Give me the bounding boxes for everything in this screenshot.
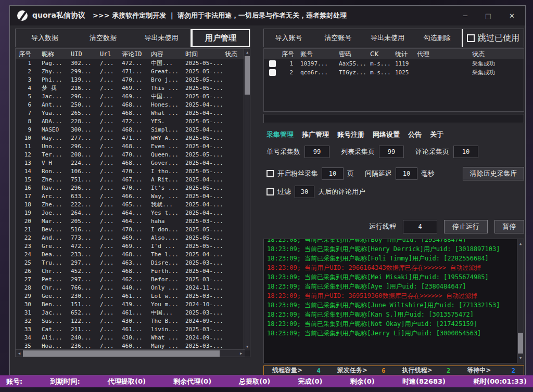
- account-toolbar-button[interactable]: 导入账号: [264, 33, 313, 43]
- scroll-right-icon[interactable]: ▶: [237, 350, 245, 357]
- table-row[interactable]: 7 Yua... 265... /... 468... What ... 202…: [16, 109, 250, 117]
- tab[interactable]: 公告: [408, 130, 422, 139]
- table-row[interactable]: 32 Sus... 122... /... 430... The B... 20…: [16, 317, 250, 325]
- filter-label: 过滤: [277, 187, 291, 197]
- status-bar-item: 完成(0): [298, 377, 323, 386]
- account-toolbar-button[interactable]: 勾选删除: [412, 33, 462, 43]
- table-row[interactable]: 14 Ron... 106... /... 470... I tho... 20…: [16, 167, 250, 176]
- bottom-status-bar: 账号:到期时间:代理提取(0)剩余代理(0)总提取(0)完成(0)剩余(0)时速…: [0, 375, 533, 387]
- table-row[interactable]: 4 梦 我 216... /... 469... This ... 2025-0…: [16, 84, 250, 93]
- table-row[interactable]: 2 Zhy... 299... /... 471... Great... 202…: [16, 68, 250, 76]
- table-row[interactable]: 20 Mar... 205... /... 464... haha 2025-0…: [16, 217, 250, 226]
- col-status: 状态: [222, 50, 245, 59]
- table-row[interactable]: 15 Zhe... 751... /... 467... A Rit... 20…: [16, 176, 250, 184]
- log-line: 18:23:09; 当前已采集到用户昵称[June Wiltshire]用户ui…: [267, 300, 515, 310]
- app-subtitle: >>> 承接软件定制开发 ｜ 请勿用于非法用途，一切后果与作者无关，违者禁封处理: [93, 11, 347, 20]
- table-row[interactable]: 21 Bev... 516... /... 470... I don... 20…: [16, 226, 250, 234]
- table-row[interactable]: 18 Zhe... 222... /... 465... 我就... 2025-…: [16, 201, 250, 209]
- tab[interactable]: 网络设置: [373, 130, 400, 139]
- table-row[interactable]: 23 Gre... 472... /... 469... I'd ... 202…: [16, 242, 250, 251]
- minimize-icon[interactable]: ─: [463, 12, 467, 20]
- table-row[interactable]: 30 Ben... 151... /... 439... You m... 20…: [16, 300, 250, 309]
- comment-page-input[interactable]: [453, 146, 478, 158]
- pause-button[interactable]: 暂停: [494, 220, 524, 233]
- table-row[interactable]: 29 Gee... 230... /... 461... Lol w... 20…: [16, 292, 250, 300]
- row-checkbox[interactable]: [269, 69, 276, 76]
- close-icon[interactable]: ✕: [509, 12, 515, 20]
- clear-history-button[interactable]: 清除历史采集库: [463, 167, 524, 180]
- col-account: 账号: [298, 50, 337, 59]
- single-collect-label: 单号采集数: [266, 147, 300, 156]
- table-row[interactable]: 1 10397... Aax55... m-s... 1119 采集成功: [264, 59, 524, 68]
- data-toolbar-button[interactable]: 清空数据: [74, 33, 132, 43]
- skip-used-checkbox[interactable]: [467, 34, 475, 42]
- row-checkbox[interactable]: [269, 60, 276, 67]
- delay-suffix-label: 毫秒: [421, 169, 435, 178]
- scrollbar-thumb[interactable]: [23, 350, 220, 357]
- data-toolbar-button[interactable]: 导出未使用: [132, 33, 191, 43]
- account-table-body: 1 10397... Aax55... m-s... 1119 采集成功 2 q…: [264, 59, 524, 77]
- table-row[interactable]: 13 V H 224... /... 468... Gover... 2025-…: [16, 159, 250, 167]
- tab[interactable]: 采集管理: [266, 130, 294, 139]
- user-manage-button[interactable]: 用户管理: [192, 29, 250, 47]
- table-row[interactable]: 9 MASEO 300... /... 468... Simpl... 2025…: [16, 126, 250, 134]
- table-row[interactable]: 33 Cat... 211... /... 461... livin... 20…: [16, 325, 250, 334]
- list-page-input[interactable]: [379, 146, 404, 158]
- table-row[interactable]: 25 Tru... 297... /... 463... Disre... 20…: [16, 259, 250, 267]
- table-row[interactable]: 34 Ali... 240... /... 430... What ... 20…: [16, 334, 250, 342]
- table-row[interactable]: 17 Arc... 633... /... 466... Way, ... 20…: [16, 192, 250, 201]
- scrollbar-thumb[interactable]: [518, 333, 523, 354]
- table-row[interactable]: 12 Ter... 208... /... 470... Queen... 20…: [16, 151, 250, 159]
- log-line: 18:23:09; 当前已采集到用户昵称[Foli Timmy]用户uid: […: [267, 254, 515, 263]
- fans-collect-checkbox[interactable]: [266, 170, 274, 177]
- scroll-up-icon[interactable]: ▲: [517, 240, 524, 247]
- fans-suffix-label: 页: [347, 169, 354, 178]
- table-row[interactable]: 11 Uno... 296... /... 468... Even ... 20…: [16, 142, 250, 151]
- table-row[interactable]: 3 Phi... 139... /... 470... Bro j... 202…: [16, 76, 250, 84]
- table-row[interactable]: 16 Rav... 296... /... 470... It's ... 20…: [16, 184, 250, 192]
- status-bar-item: 代理提取(0): [108, 377, 146, 386]
- thread-status-item: 线程容量> 4: [264, 366, 329, 375]
- data-toolbar-button[interactable]: 导入数据: [16, 33, 74, 43]
- fans-page-input[interactable]: [322, 167, 344, 180]
- tab[interactable]: 关于: [430, 130, 443, 139]
- table-row[interactable]: 19 Joe... 264... /... 464... Yes t... 20…: [16, 209, 250, 217]
- log-scrollbar[interactable]: ▲ ▼: [517, 239, 524, 363]
- table-row[interactable]: 10 Way... 277... /... 471... WHY A... 20…: [16, 134, 250, 142]
- scroll-left-icon[interactable]: ◀: [16, 350, 23, 357]
- thread-status-item: 派发任务> 6: [329, 366, 394, 375]
- scroll-up-icon[interactable]: ▲: [244, 49, 250, 56]
- delay-input[interactable]: [396, 167, 417, 180]
- table-row[interactable]: 1 Pag... 302... /... 472... 中国... 2025-0…: [16, 59, 250, 68]
- single-collect-input[interactable]: [304, 146, 329, 158]
- tab[interactable]: 账号注册: [337, 130, 364, 139]
- collect-settings-row: 单号采集数 列表采集页 评论采集页: [266, 146, 524, 158]
- table-row[interactable]: 8 ADA... 228... /... 472... YES. 2025-05…: [16, 117, 250, 126]
- account-table: 序号 账号 密码 CK 统计 代理 状态 1 10397... Aax55...…: [263, 48, 524, 112]
- filter-checkbox[interactable]: [266, 188, 274, 195]
- col-seq: 序号: [16, 50, 39, 59]
- filter-days-input[interactable]: [295, 186, 314, 198]
- table-row[interactable]: 22 And... 773... /... 469... Also,... 20…: [16, 234, 250, 242]
- table-row[interactable]: 2 qco6r... TIGyz... m-s... 1025 采集成功: [264, 68, 524, 77]
- table-row[interactable]: 28 Chr... 766... /... 440... Only ... 20…: [16, 284, 250, 292]
- status-bar-item: 剩余代理(0): [173, 377, 211, 386]
- table-row[interactable]: 26 Chr... 452... /... 468... Furth... 20…: [16, 267, 250, 276]
- table-row[interactable]: 24 Dea... 233... /... 468... The l... 20…: [16, 251, 250, 259]
- table-row[interactable]: 31 Jac... 652... /... 461... 中国... 2025-…: [16, 309, 250, 317]
- account-toolbar-button[interactable]: 清空账号: [313, 33, 363, 43]
- table-row[interactable]: 6 Ant... 250... /... 468... Hones... 202…: [16, 101, 250, 109]
- table-row[interactable]: 5 Jac... 296... /... 469... 中国... 2025-0…: [16, 93, 250, 101]
- maximize-icon[interactable]: □: [485, 12, 491, 20]
- vertical-scrollbar[interactable]: ▲ ▼: [244, 49, 250, 350]
- scrollbar-thumb[interactable]: [245, 56, 250, 95]
- table-row[interactable]: 27 Pet... 297... /... 462... Befor... 20…: [16, 276, 250, 284]
- stop-run-button[interactable]: 停止运行: [444, 220, 488, 233]
- scroll-down-icon[interactable]: ▼: [517, 355, 524, 362]
- account-toolbar-button[interactable]: 导出未使用: [363, 33, 412, 43]
- horizontal-scrollbar[interactable]: ◀ ▶: [16, 349, 245, 357]
- thread-count-input[interactable]: [403, 220, 437, 233]
- account-table-header: 序号 账号 密码 CK 统计 代理 状态: [264, 49, 524, 59]
- tab[interactable]: 推广管理: [302, 130, 329, 139]
- scroll-down-icon[interactable]: ▼: [244, 343, 250, 350]
